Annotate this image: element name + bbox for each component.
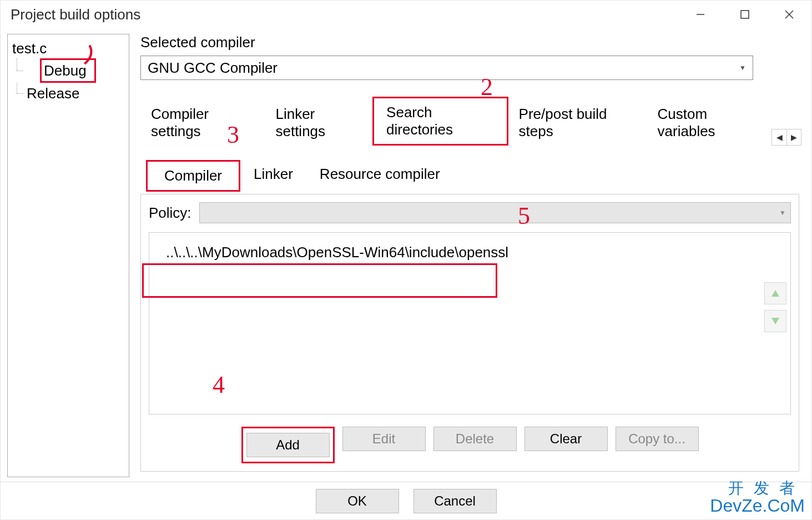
close-button[interactable] — [767, 1, 811, 28]
subtab-linker[interactable]: Linker — [240, 160, 306, 192]
policy-row: Policy: ▼ — [149, 202, 791, 223]
tab-custom-variables[interactable]: Custom variables — [647, 101, 771, 146]
subtab-compiler[interactable]: Compiler — [146, 160, 240, 192]
directories-list[interactable]: ..\..\..\MyDownloads\OpenSSL-Win64\inclu… — [149, 232, 791, 414]
tree-root[interactable]: test.c — [11, 40, 125, 57]
tab-pre-post-build-steps[interactable]: Pre/post build steps — [508, 101, 647, 146]
selected-compiler-label: Selected compiler — [140, 34, 805, 51]
tab-linker-settings[interactable]: Linker settings — [265, 101, 372, 146]
tree-item-debug[interactable]: Debug — [11, 58, 125, 83]
svg-rect-1 — [741, 11, 749, 18]
compiler-dropdown-value: GNU GCC Compiler — [148, 59, 278, 77]
directory-entry[interactable]: ..\..\..\MyDownloads\OpenSSL-Win64\inclu… — [157, 241, 783, 261]
watermark: 开发者 DevZe.CoM — [710, 478, 805, 516]
arrow-down-icon — [771, 318, 779, 324]
main-tabs: Compiler settings Linker settings Search… — [140, 97, 805, 146]
directory-actions: Add Edit Delete Clear Copy to... — [149, 427, 791, 463]
maximize-button[interactable] — [723, 1, 767, 28]
move-up-button[interactable] — [764, 282, 786, 304]
copy-to-button[interactable]: Copy to... — [616, 427, 699, 451]
delete-button[interactable]: Delete — [433, 427, 517, 451]
chevron-down-icon: ▼ — [739, 64, 746, 72]
cancel-button[interactable]: Cancel — [413, 489, 497, 513]
add-button[interactable]: Add — [246, 433, 330, 457]
tree-item-release[interactable]: Release — [11, 83, 125, 104]
titlebar: Project build options — [1, 1, 811, 28]
tab-scroll-right[interactable]: ▶ — [786, 129, 801, 145]
ok-button[interactable]: OK — [316, 489, 399, 513]
watermark-en: DevZe.CoM — [710, 496, 805, 516]
tab-compiler-settings[interactable]: Compiler settings — [140, 101, 265, 146]
reorder-buttons — [764, 282, 786, 332]
tree-item-debug-label: Debug — [40, 58, 96, 83]
chevron-down-icon: ▼ — [779, 209, 786, 217]
tab-search-directories[interactable]: Search directories — [372, 97, 508, 146]
dialog-buttons: OK Cancel — [1, 482, 811, 520]
policy-label: Policy: — [149, 204, 191, 222]
settings-panel: Selected compiler GNU GCC Compiler ▼ Com… — [137, 34, 805, 477]
directories-highlight — [142, 263, 497, 298]
build-targets-tree: test.c Debug Release — [7, 34, 129, 477]
move-down-button[interactable] — [764, 310, 786, 332]
tab-scroll-buttons: ◀ ▶ — [771, 129, 801, 146]
sub-tabs: Compiler Linker Resource compiler — [146, 160, 805, 192]
policy-dropdown[interactable]: ▼ — [199, 202, 791, 223]
add-button-highlight: Add — [241, 427, 335, 463]
arrow-up-icon — [771, 290, 779, 297]
tab-scroll-left[interactable]: ◀ — [772, 129, 786, 145]
window-controls — [678, 1, 811, 28]
project-build-options-dialog: Project build options test.c Debug Relea… — [0, 0, 812, 520]
window-title: Project build options — [11, 6, 140, 23]
minimize-button[interactable] — [678, 1, 723, 28]
search-directories-panel: Policy: ▼ ..\..\..\MyDownloads\OpenSSL-W… — [140, 194, 799, 472]
content-area: test.c Debug Release Selected compiler G… — [1, 28, 811, 482]
subtab-resource-compiler[interactable]: Resource compiler — [306, 160, 453, 192]
compiler-dropdown[interactable]: GNU GCC Compiler ▼ — [140, 56, 753, 80]
edit-button[interactable]: Edit — [342, 427, 426, 451]
clear-button[interactable]: Clear — [524, 427, 608, 451]
